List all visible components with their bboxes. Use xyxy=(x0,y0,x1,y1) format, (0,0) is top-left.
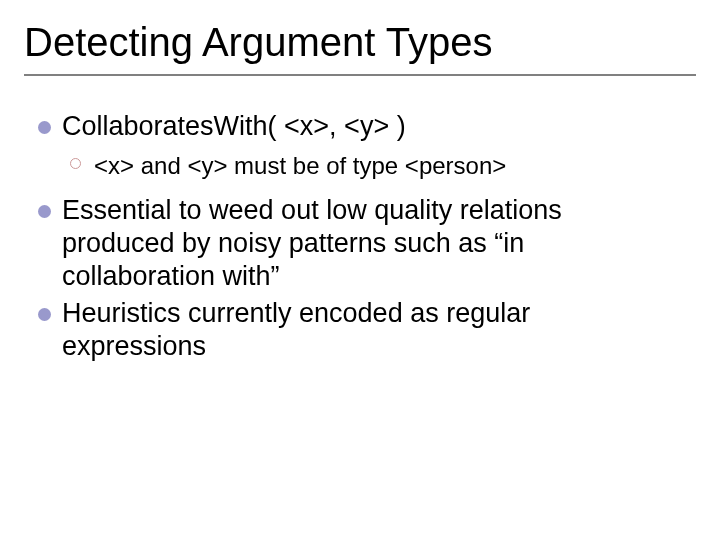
slide-title: Detecting Argument Types xyxy=(24,20,492,65)
bullet-text: Essential to weed out low quality relati… xyxy=(62,195,562,291)
bullet-level1: Heuristics currently encoded as regular … xyxy=(38,297,680,363)
bullet-text: CollaboratesWith( <x>, <y> ) xyxy=(62,111,406,141)
disc-bullet-icon xyxy=(38,308,51,321)
circle-bullet-icon xyxy=(70,158,81,169)
bullet-level2: <x> and <y> must be of type <person> xyxy=(70,151,680,180)
disc-bullet-icon xyxy=(38,205,51,218)
bullet-text: <x> and <y> must be of type <person> xyxy=(94,152,506,179)
slide: Detecting Argument Types CollaboratesWit… xyxy=(0,0,720,540)
slide-body: CollaboratesWith( <x>, <y> ) <x> and <y>… xyxy=(38,110,680,367)
title-underline xyxy=(24,74,696,76)
bullet-text: Heuristics currently encoded as regular … xyxy=(62,298,530,361)
bullet-level1: Essential to weed out low quality relati… xyxy=(38,194,680,293)
disc-bullet-icon xyxy=(38,121,51,134)
bullet-level1: CollaboratesWith( <x>, <y> ) xyxy=(38,110,680,143)
